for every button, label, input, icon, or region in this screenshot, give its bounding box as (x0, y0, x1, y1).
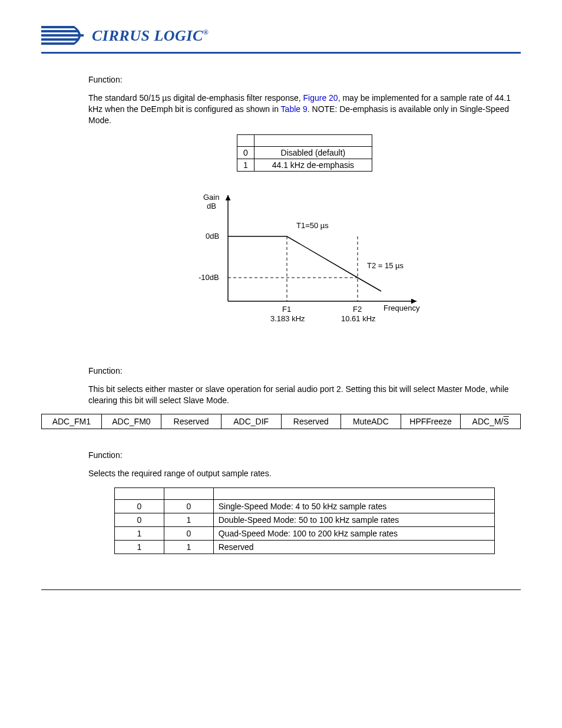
table-row: 0 Disabled (default) (237, 146, 372, 159)
logo-mark-icon (41, 24, 87, 48)
y-axis-label: Gain (203, 193, 219, 202)
svg-text:F1: F1 (282, 305, 291, 314)
table-link[interactable]: Table 9 (281, 104, 308, 114)
table-row: ADC_FM1 ADC_FM0 Reserved ADC_DIF Reserve… (42, 414, 521, 429)
table-row: 0 0 Single-Speed Mode: 4 to 50 kHz sampl… (115, 500, 495, 513)
footer-divider (41, 589, 521, 590)
table-row: 1 1 Reserved (115, 541, 495, 554)
svg-text:-10dB: -10dB (199, 273, 219, 282)
svg-text:0dB: 0dB (206, 232, 219, 241)
svg-text:dB: dB (207, 202, 216, 210)
brand-logo: CIRRUS LOGIC® (41, 24, 521, 48)
svg-text:T1=50 µs: T1=50 µs (296, 221, 329, 230)
svg-text:F2: F2 (353, 305, 362, 314)
svg-text:T2 = 15 µs: T2 = 15 µs (367, 261, 404, 270)
svg-text:3.183 kHz: 3.183 kHz (270, 314, 305, 323)
function-label: Function: (88, 75, 521, 84)
figure-link[interactable]: Figure 20 (303, 93, 338, 103)
svg-rect-4 (41, 42, 74, 45)
table-row: 1 0 Quad-Speed Mode: 100 to 200 kHz samp… (115, 527, 495, 541)
logo-text: CIRRUS LOGIC® (92, 27, 209, 45)
x-axis-label: Frequency (384, 304, 420, 312)
deemph-description: The standard 50/15 µs digital de-emphasi… (88, 93, 521, 126)
fm-table: 0 0 Single-Speed Mode: 4 to 50 kHz sampl… (114, 487, 495, 554)
svg-rect-0 (41, 26, 74, 28)
register-bits-table: ADC_FM1 ADC_FM0 Reserved ADC_DIF Reserve… (41, 414, 521, 429)
master-slave-description: This bit selects either master or slave … (88, 384, 521, 406)
function-label: Function: (88, 366, 521, 375)
svg-rect-3 (41, 38, 79, 41)
svg-rect-2 (41, 34, 84, 37)
function-label: Function: (88, 450, 521, 460)
table-row: 1 44.1 kHz de-emphasis (237, 159, 372, 171)
header-divider (41, 52, 521, 54)
svg-rect-1 (41, 30, 79, 32)
table-row: 0 1 Double-Speed Mode: 50 to 100 kHz sam… (115, 513, 495, 527)
svg-text:10.61 kHz: 10.61 kHz (341, 314, 376, 323)
fm-description: Selects the required range of output sam… (88, 468, 521, 479)
deemphasis-curve-diagram: Gain dB 0dB -10dB T1=50 µs T2 = 15 µs F1… (169, 189, 440, 331)
deemph-table: 0 Disabled (default) 1 44.1 kHz de-empha… (237, 134, 372, 172)
